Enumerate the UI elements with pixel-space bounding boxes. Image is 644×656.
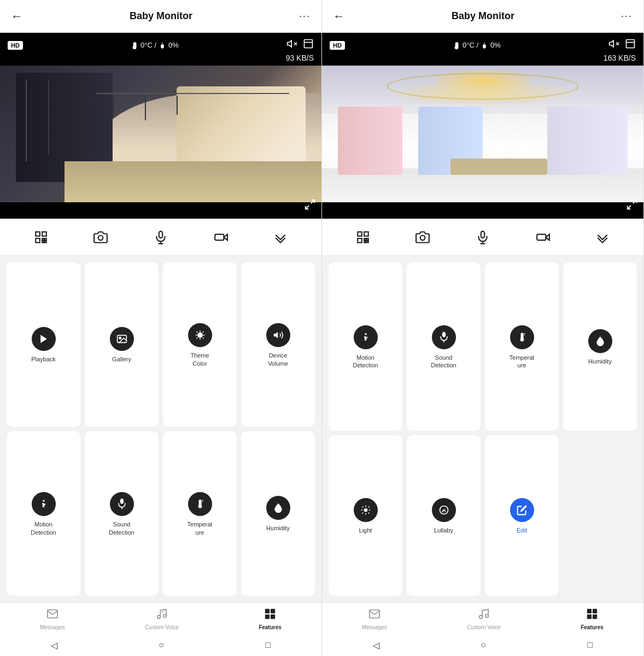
right-photo-btn[interactable]: [415, 230, 430, 244]
right-nav-voice[interactable]: Custom Voice: [467, 608, 501, 630]
right-video-btn[interactable]: [536, 230, 550, 244]
right-scan-btn[interactable]: [356, 230, 370, 244]
left-nav-voice[interactable]: Custom Voice: [145, 608, 179, 630]
left-voice-label: Custom Voice: [145, 624, 179, 630]
right-feature-edit[interactable]: Edit: [485, 435, 559, 596]
svg-rect-38: [265, 614, 270, 619]
right-control-bar: [322, 219, 643, 256]
left-feature-temp[interactable]: Temperature: [163, 431, 237, 596]
right-temp-label: Temperature: [510, 354, 535, 370]
left-expand-btn[interactable]: [304, 198, 316, 213]
right-expand-btn[interactable]: [626, 198, 638, 213]
left-control-bar: [0, 219, 321, 256]
svg-rect-76: [593, 609, 597, 613]
right-feature-lullaby[interactable]: Z z Lullaby: [407, 435, 481, 596]
right-more-button[interactable]: ···: [621, 10, 633, 22]
svg-line-48: [628, 206, 631, 209]
svg-rect-11: [36, 238, 40, 243]
right-nav-features[interactable]: Features: [581, 608, 604, 630]
svg-rect-37: [271, 609, 275, 613]
right-nav-messages[interactable]: Messages: [362, 608, 387, 630]
left-feature-playback[interactable]: Playback: [7, 262, 80, 427]
left-fullscreen-icon[interactable]: [303, 38, 314, 52]
right-feature-humidity[interactable]: Humidity: [563, 262, 637, 431]
svg-point-62: [365, 333, 366, 335]
left-humidity-icon: [266, 496, 290, 520]
svg-marker-25: [273, 332, 278, 338]
svg-rect-53: [366, 238, 368, 240]
left-features-label: Features: [259, 624, 282, 630]
right-fullscreen-icon[interactable]: [625, 38, 636, 52]
left-mic-btn[interactable]: [154, 230, 168, 244]
svg-line-7: [311, 200, 314, 203]
left-nav-messages[interactable]: Messages: [40, 608, 65, 630]
left-feature-gallery[interactable]: Gallery: [85, 262, 159, 427]
left-mute-icon[interactable]: [286, 38, 297, 52]
right-voice-label: Custom Voice: [467, 624, 501, 630]
svg-rect-10: [42, 232, 46, 236]
left-back-button[interactable]: ←: [11, 9, 23, 24]
left-camera-overlay: HD 0°C / 0%: [0, 33, 321, 57]
svg-rect-39: [271, 614, 275, 619]
left-feature-motion[interactable]: MotionDetection: [7, 431, 80, 596]
svg-rect-78: [593, 614, 597, 619]
left-sys-recent[interactable]: □: [266, 640, 271, 650]
right-feature-motion[interactable]: MotionDetection: [329, 262, 402, 431]
left-camera-view: HD 0°C / 0%: [0, 33, 321, 219]
svg-rect-51: [358, 238, 362, 243]
left-feature-humidity[interactable]: Humidity: [241, 431, 315, 596]
right-features-label: Features: [581, 624, 604, 630]
left-voice-icon: [156, 608, 168, 623]
left-header: ← Baby Monitor ···: [0, 0, 321, 33]
svg-rect-20: [215, 234, 224, 240]
right-lullaby-label: Lullaby: [434, 526, 453, 534]
right-camera-overlay: HD 0°C / 0%: [322, 33, 643, 57]
right-sys-home[interactable]: ○: [481, 640, 486, 650]
right-title: Baby Monitor: [452, 10, 514, 22]
left-motion-icon: [32, 492, 56, 516]
right-motion-label: MotionDetection: [353, 354, 378, 370]
right-more-ctrl-btn[interactable]: [595, 230, 610, 244]
left-sys-home[interactable]: ○: [159, 640, 164, 650]
left-feature-sound[interactable]: SoundDetection: [85, 431, 159, 596]
right-mic-btn[interactable]: [476, 230, 490, 244]
right-feature-light[interactable]: Light: [329, 435, 402, 596]
left-more-ctrl-btn[interactable]: [273, 230, 288, 244]
left-temp: 0°C / 0%: [131, 41, 179, 49]
right-camera-view: HD 0°C / 0%: [322, 33, 643, 219]
right-bottom-nav: Messages Custom Voice Featu: [322, 602, 643, 634]
left-scan-btn[interactable]: [34, 230, 48, 244]
left-video-btn[interactable]: [214, 230, 228, 244]
right-feature-sound[interactable]: SoundDetection: [407, 262, 481, 431]
right-feature-temp[interactable]: Temperature: [485, 262, 559, 431]
svg-rect-17: [159, 231, 163, 238]
right-sys-recent[interactable]: □: [588, 640, 593, 650]
svg-point-24: [197, 333, 202, 337]
svg-point-66: [520, 338, 524, 342]
right-sys-back[interactable]: ◁: [373, 640, 379, 651]
right-edit-label: Edit: [517, 526, 527, 534]
svg-point-34: [163, 614, 167, 618]
left-photo-btn[interactable]: [93, 230, 108, 244]
right-mute-icon[interactable]: [608, 38, 619, 52]
left-temp-icon: [188, 492, 212, 516]
left-title: Baby Monitor: [130, 10, 192, 22]
left-features-grid: Playback Gallery ThemeColor: [0, 256, 321, 602]
left-nav-features[interactable]: Features: [259, 608, 282, 630]
left-feature-theme[interactable]: ThemeColor: [163, 262, 237, 427]
right-messages-icon: [368, 608, 380, 623]
right-system-nav: ◁ ○ □: [322, 634, 643, 656]
left-playback-icon: [32, 327, 56, 351]
right-back-button[interactable]: ←: [333, 9, 345, 24]
left-sys-back[interactable]: ◁: [51, 640, 57, 651]
left-more-button[interactable]: ···: [299, 10, 311, 22]
right-lullaby-icon: Z z: [432, 498, 456, 522]
svg-marker-41: [610, 40, 614, 47]
left-temp-label: Temperature: [188, 520, 213, 536]
svg-rect-57: [481, 231, 485, 238]
svg-point-27: [120, 499, 124, 504]
svg-rect-9: [36, 232, 40, 236]
left-feature-volume[interactable]: DeviceVolume: [241, 262, 315, 427]
right-temp-icon: [510, 325, 534, 349]
left-theme-label: ThemeColor: [190, 352, 209, 367]
